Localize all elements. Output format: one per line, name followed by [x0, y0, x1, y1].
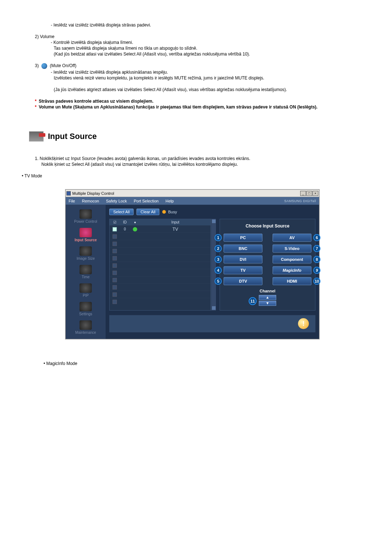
input-svideo[interactable]: S-Video7 [273, 245, 311, 253]
panel-title: Choose Input Source [224, 223, 311, 229]
app-icon [66, 191, 71, 196]
menu-help[interactable]: Help [166, 199, 174, 203]
input-dtv[interactable]: 5DTV [224, 277, 262, 285]
sidebar-item-time[interactable]: Time [68, 263, 104, 280]
table-row[interactable] [110, 276, 211, 283]
clear-all-button[interactable]: Clear All [136, 209, 159, 215]
input-dvi[interactable]: 3DVI [224, 255, 262, 263]
item1-desc: - Ieslēdz vai izslēdz izvēlētā displeja … [51, 22, 370, 28]
status-dot [133, 227, 137, 231]
table-row[interactable] [110, 291, 211, 298]
checkbox[interactable] [113, 249, 117, 253]
item2-line2: Tas saņem izvēlētā displeja skaļuma līme… [51, 46, 370, 51]
note1: *Strāvas padeves kontrole attiecas uz vi… [35, 99, 370, 104]
table-row[interactable] [110, 233, 211, 240]
input-magicinfo[interactable]: MagicInfo9 [273, 266, 311, 274]
checkbox[interactable] [113, 227, 117, 231]
app-window: Multiple Display Control _ □ × File Remo… [65, 189, 319, 339]
input-tv[interactable]: 4TV [224, 266, 262, 274]
item3-line2: Izvēloties vienā reizē vienu komplektu, … [51, 75, 370, 81]
sidebar-item-input[interactable]: Input Source [68, 226, 104, 243]
checkbox[interactable] [113, 271, 117, 275]
table-row[interactable]: 0 TV [110, 225, 211, 233]
magicinfo-mode-label: • MagicInfo Mode [44, 361, 370, 366]
input-pc[interactable]: 1PC [224, 234, 262, 242]
display-table: ☑ ID ● Input 0 TV [109, 219, 211, 311]
item3-title: 3) (Mute On/Off) [35, 63, 370, 69]
checkbox[interactable] [113, 242, 117, 246]
minimize-button[interactable]: _ [300, 191, 306, 196]
window-title: Multiple Display Control [72, 191, 114, 196]
table-row[interactable] [110, 262, 211, 269]
scroll-up-icon[interactable] [212, 219, 216, 223]
cell-input: TV [140, 226, 211, 233]
table-row[interactable] [110, 283, 211, 291]
menu-safety[interactable]: Safety Lock [106, 199, 127, 203]
select-all-button[interactable]: Select All [109, 209, 134, 215]
item2-line3: (Kad jūs beidzat atlasi vai izvēlaties S… [51, 52, 370, 57]
mute-icon [41, 63, 47, 69]
sidebar-item-maint[interactable]: Maintenance [68, 319, 104, 336]
titlebar: Multiple Display Control _ □ × [66, 190, 319, 197]
table-row[interactable] [110, 298, 211, 305]
checkbox[interactable] [113, 263, 117, 268]
channel-label: Channel [224, 289, 311, 293]
sidebar-item-settings[interactable]: Settings [68, 300, 104, 317]
note2: *Volume un Mute (Skaļuma un Apklusināšan… [35, 104, 370, 110]
menu-port[interactable]: Port Selection [134, 199, 158, 203]
sidebar-item-pip[interactable]: PIP [68, 282, 104, 299]
th-input: Input [140, 219, 211, 225]
table-scrollbar[interactable] [211, 219, 216, 311]
input-source-panel: Choose Input Source 1PC AV6 2BNC S-Video… [220, 219, 315, 311]
item3-line3: (Ja jūs izvēlaties atgriezt atlases vai … [51, 87, 370, 92]
checkbox[interactable] [113, 234, 117, 239]
close-button[interactable]: × [313, 191, 318, 196]
checkbox[interactable] [113, 300, 117, 304]
sidebar-item-power[interactable]: Power Control [68, 208, 104, 225]
tv-mode-label: • TV Mode [22, 173, 370, 178]
input-component[interactable]: Component8 [273, 255, 311, 263]
input-hdmi[interactable]: HDMI10 [273, 277, 311, 285]
menu-file[interactable]: File [69, 199, 75, 203]
th-status: ● [130, 219, 140, 225]
info-icon[interactable]: ! [298, 318, 309, 329]
table-row[interactable] [110, 240, 211, 247]
section-title: Input Source [48, 132, 97, 141]
menubar: File Remocon Safety Lock Port Selection … [66, 197, 319, 205]
table-row[interactable] [110, 269, 211, 276]
cell-id: 0 [120, 226, 130, 232]
input-bnc[interactable]: 2BNC [224, 245, 262, 253]
sidebar-item-image[interactable]: Image Size [68, 245, 104, 262]
checkbox[interactable] [113, 256, 117, 260]
item2-title: 2) Volume [35, 34, 370, 39]
item2-line1: - Kontrolē izvelētā displeja skaļuma līm… [51, 40, 370, 45]
brand: SAMSUNG DIGITall [284, 199, 316, 203]
th-id: ID [120, 219, 130, 225]
input-av[interactable]: AV6 [273, 234, 311, 242]
menu-remocon[interactable]: Remocon [82, 199, 99, 203]
busy-indicator: Busy [162, 210, 177, 214]
badge-11: 11 [249, 297, 257, 305]
checkbox[interactable] [113, 292, 117, 297]
channel-down[interactable]: ▼ [259, 301, 276, 306]
channel-up[interactable]: ▲ [259, 295, 276, 300]
table-row[interactable] [110, 247, 211, 254]
scroll-down-icon[interactable] [212, 306, 216, 310]
th-check: ☑ [110, 219, 120, 225]
step1a: 1. Noklikšķiniet uz Input Source (Ievade… [35, 156, 370, 161]
item3-line1: - Ieslēdz vai izslēdz izvēlētā displeja … [51, 70, 370, 75]
checkbox[interactable] [113, 285, 117, 290]
section-icon [29, 131, 44, 141]
sidebar: Power Control Input Source Image Size Ti… [66, 205, 106, 339]
table-row[interactable] [110, 254, 211, 262]
step1b: Noklik ķiniet uz Select All (atlasīt vis… [35, 162, 370, 167]
checkbox[interactable] [113, 278, 117, 282]
maximize-button[interactable]: □ [306, 191, 312, 196]
